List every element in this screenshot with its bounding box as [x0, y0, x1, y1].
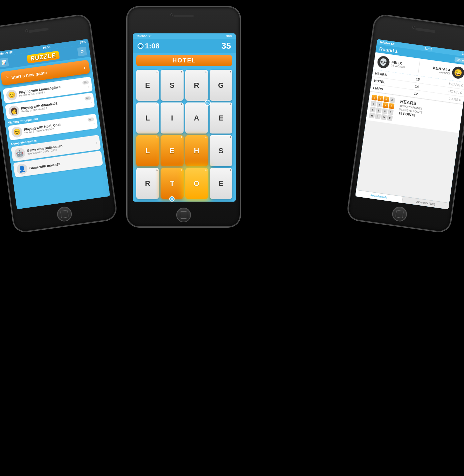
game-meta-waiting: 0h › — [87, 117, 95, 126]
score-pts-1: 15 — [416, 77, 420, 81]
mini-tile-4: L — [371, 100, 377, 106]
tile-3-3[interactable]: 1 E — [210, 168, 232, 199]
mini-tile-15: E — [387, 115, 393, 121]
mini-tile-9: E — [376, 107, 382, 113]
stats-icon[interactable]: 📊 — [0, 57, 9, 67]
game-title-completed-2: Game with malen92 — [29, 157, 99, 170]
phone-center-home[interactable] — [176, 208, 191, 222]
avatar-2: 👩 — [8, 105, 20, 117]
mini-tile-10: H — [382, 108, 388, 114]
tile-1-2[interactable]: 1 A TL — [185, 102, 208, 134]
mini-tile-14: O — [381, 114, 387, 120]
tile-2-3[interactable]: 1 S — [210, 135, 232, 166]
left-screen-content: Telenor SE 10:35 97% 📊 RUZZLE ⚙ + Start … — [0, 39, 110, 209]
mini-tile-2: R — [383, 96, 389, 102]
phone-left-camera — [25, 29, 28, 32]
tile-1-0[interactable]: 1 L — [136, 102, 159, 134]
round-title: Round 1 — [379, 46, 398, 54]
vs-divider — [418, 61, 420, 73]
phone-right-screen: Telenor SE 11:02 97% Round 1 Done 💀 FELI… — [355, 39, 464, 210]
avatar-waiting: 😊 — [11, 126, 23, 138]
tile-2-2[interactable]: 4 H — [185, 135, 208, 166]
mini-tile-8: L — [370, 106, 376, 112]
score-sheet: HEARS 15 HEARS 0 HOTEL 14 HOTEL 0 LIARS … — [356, 69, 464, 203]
score-pts-2: 14 — [415, 84, 419, 88]
center-game-header: ⏱ 1:08 35 — [133, 39, 236, 53]
game-info-completed-2: Game with malen92 — [29, 157, 99, 170]
phone-center-camera — [170, 13, 173, 16]
settings-icon[interactable]: ⚙ — [77, 47, 87, 56]
right-screen-content: Telenor SE 11:02 97% Round 1 Done 💀 FELI… — [355, 39, 464, 210]
score-word-3: LIARS — [373, 86, 383, 91]
done-button[interactable]: Done — [454, 57, 464, 63]
arrow-icon: › — [83, 64, 86, 70]
score-display: 35 — [221, 41, 231, 51]
tl-badge: TL — [205, 100, 211, 106]
mini-tile-5: I — [377, 101, 383, 107]
timer-text: 1:08 — [145, 42, 160, 50]
dl-badge: DL — [169, 196, 175, 202]
tile-3-0[interactable]: 1 R — [136, 168, 159, 199]
player1-avatar: 💀 — [377, 55, 390, 69]
phone-left-screen: Telenor SE 10:35 97% 📊 RUZZLE ⚙ + Start … — [0, 39, 110, 209]
tile-2-0[interactable]: 1 L — [136, 135, 159, 166]
timer-display: ⏱ 1:08 — [138, 42, 160, 50]
tile-0-3[interactable]: 3 G — [210, 70, 232, 101]
tile-3-1[interactable]: 1 T DL — [161, 168, 183, 199]
phone-right-home[interactable] — [391, 206, 408, 222]
player1-info: FELIX 33 WORDS — [391, 60, 406, 69]
game-meta-1: 0h › — [82, 80, 89, 89]
avatar-1: 😊 — [6, 89, 18, 101]
phone-center-speaker — [174, 15, 194, 17]
phone-left: Telenor SE 10:35 97% 📊 RUZZLE ⚙ + Start … — [0, 14, 118, 233]
player2-avatar: 😄 — [451, 66, 464, 79]
plus-icon: + — [5, 74, 9, 82]
new-game-label: Start a new game — [11, 70, 47, 80]
tile-0-0[interactable]: 1 E — [136, 70, 159, 101]
mini-tile-7: E — [389, 103, 395, 109]
right-time: 11:02 — [424, 47, 432, 51]
score-pts-right-2: HOTEL 0 — [448, 89, 462, 95]
tile-1-1[interactable]: 1 I — [161, 102, 183, 134]
score-pts-3: 12 — [414, 92, 418, 96]
chevron-2: › — [90, 100, 92, 104]
phone-left-home[interactable] — [56, 206, 73, 222]
phone-center: Telenor SE 98% ⏱ 1:08 35 HOTEL 1 E — [127, 7, 240, 227]
mini-tile-0: E — [372, 94, 378, 100]
center-status-bar: Telenor SE 98% — [133, 33, 236, 39]
center-battery: 98% — [226, 34, 232, 38]
chevron-1: › — [88, 84, 90, 88]
player2-info: KUNTALA WAITING — [432, 66, 451, 75]
left-battery: 97% — [79, 40, 86, 44]
timer-icon: ⏱ — [138, 43, 144, 49]
time-badge-1: 0h — [82, 80, 89, 85]
score-pts-right-3: LIARS 0 — [448, 97, 461, 102]
tile-0-1[interactable]: 1 S — [161, 70, 183, 101]
left-time: 10:35 — [42, 45, 50, 49]
phone-right-speaker — [415, 28, 436, 33]
right-battery: 97% — [461, 52, 464, 56]
phone-center-screen: Telenor SE 98% ⏱ 1:08 35 HOTEL 1 E — [133, 33, 236, 202]
game-grid: 1 E 1 S 1 R 3 G 1 L — [133, 68, 236, 202]
tile-1-3[interactable]: 1 E — [210, 102, 232, 134]
avatar-completed-1: 🤖 — [14, 147, 26, 159]
center-carrier: Telenor SE — [136, 34, 152, 38]
tile-2-1[interactable]: 1 E — [161, 135, 183, 166]
tile-0-2[interactable]: 1 R — [185, 70, 208, 101]
mini-tile-1: S — [377, 95, 383, 101]
game-meta-2: 0h › — [84, 96, 92, 105]
avatar-completed-2: 👤 — [16, 163, 28, 175]
mini-tile-12: R — [369, 112, 375, 118]
mini-tile-6: A — [383, 102, 389, 108]
phone-left-speaker — [28, 28, 49, 33]
chevron-waiting: › — [93, 122, 95, 125]
tile-3-2[interactable]: 1 O — [185, 168, 208, 199]
center-screen-content: Telenor SE 98% ⏱ 1:08 35 HOTEL 1 E — [133, 33, 236, 202]
ruzzle-logo: RUZZLE — [26, 51, 60, 63]
time-badge-2: 0h — [84, 96, 91, 101]
score-word-2: HOTEL — [374, 79, 386, 84]
score-pts-right-1: HEARS 0 — [449, 82, 463, 87]
time-badge-waiting: 0h — [87, 117, 94, 122]
mini-tile-13: T — [375, 113, 381, 119]
word-detail-grid: E S R G L I A E L E H S R — [369, 94, 395, 121]
